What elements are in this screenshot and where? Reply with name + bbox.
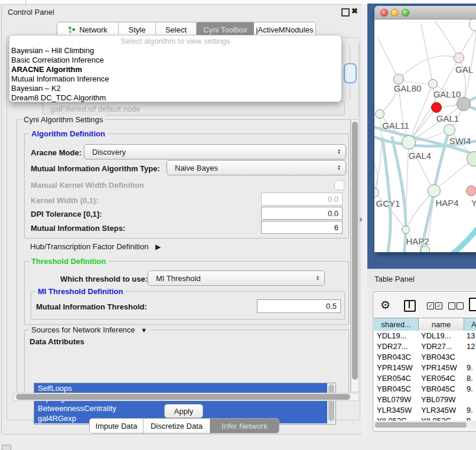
network-node[interactable] xyxy=(454,53,464,63)
settings-vscrollbar-thumb[interactable] xyxy=(352,122,358,380)
mi-threshold-field[interactable]: 0.5 xyxy=(257,299,341,313)
dpi-tolerance-field[interactable]: 0.0 xyxy=(261,207,343,220)
table-cell: YBR043C xyxy=(419,352,464,363)
tab-infer-network[interactable]: Infer Network xyxy=(210,419,279,433)
network-node[interactable] xyxy=(375,109,384,119)
attribute-list-item[interactable]: SelfLoops xyxy=(34,383,327,393)
table-row[interactable]: YIL052CYIL052C9 xyxy=(374,416,476,420)
manual-kernel-width-checkbox[interactable] xyxy=(334,180,344,190)
network-node-label: Y xyxy=(471,198,476,208)
table-cell: YBR045C xyxy=(419,384,464,394)
table-row[interactable]: YPR145WYPR145W9. xyxy=(374,363,476,373)
which-threshold-combo[interactable]: MI Threshold ▲▼ xyxy=(148,270,325,286)
splitter-handle[interactable] xyxy=(360,218,362,221)
minimized-panel-chip[interactable] xyxy=(2,445,11,450)
network-node[interactable] xyxy=(428,79,438,89)
settings-vertical-scrollbar[interactable] xyxy=(351,119,359,392)
algorithm-definition-title: Algorithm Definition xyxy=(29,129,107,138)
table-row[interactable]: YBR043CYBR043C xyxy=(374,352,476,363)
close-panel-icon[interactable]: ✖ xyxy=(351,6,358,15)
dropdown-item[interactable]: Mutual Information Inference xyxy=(9,74,341,84)
top-strip-divider xyxy=(25,0,26,4)
table-cell: YBR043C xyxy=(374,352,419,363)
panel-splitter[interactable] xyxy=(361,4,367,433)
column-header-partial[interactable]: A xyxy=(464,318,476,331)
collapsed-arrow-icon[interactable]: ▶ xyxy=(155,243,161,251)
mi-algorithm-type-combo[interactable]: Naive Bayes ▲▼ xyxy=(167,160,346,175)
apply-button[interactable]: Apply xyxy=(164,404,203,418)
dropdown-item[interactable]: Bayesian – Hill Climbing xyxy=(9,46,341,56)
network-node-label: GAL80 xyxy=(394,83,422,93)
attributes-scrollbar-thumb[interactable] xyxy=(328,384,334,421)
network-node[interactable] xyxy=(466,185,476,196)
mac-minimize-icon[interactable] xyxy=(391,9,399,17)
network-node[interactable] xyxy=(428,184,441,197)
column-header-name[interactable]: name xyxy=(419,318,464,331)
network-node[interactable] xyxy=(402,226,410,234)
network-canvas[interactable]: GAL80GAL10GALGAL1GAL11SWI4GAL4GCY1HAP4YH… xyxy=(374,19,476,252)
tab-network-label: Network xyxy=(79,25,107,34)
sources-group-title: Sources for Network Inference ▼ xyxy=(29,325,149,335)
hub-definition-section[interactable]: Hub/Transcription Factor Definition ▶ xyxy=(30,242,161,251)
mi-algorithm-type-label: Mutual Information Algorithm Type: xyxy=(31,164,160,173)
table-row[interactable]: YBL079WYBL079W xyxy=(374,394,476,405)
table-cell: YBR045C xyxy=(374,384,419,394)
network-node[interactable] xyxy=(431,102,442,113)
tab-select-label: Select xyxy=(165,25,187,34)
checked-checkbox-icon[interactable]: ✓ xyxy=(427,302,434,309)
table-cell: YDL19... xyxy=(419,331,464,341)
network-node-label: GAL11 xyxy=(382,120,409,131)
column-header-shared[interactable]: shared... xyxy=(374,318,419,331)
settings-hscrollbar-thumb[interactable] xyxy=(16,394,350,400)
attributes-list-scrollbar[interactable] xyxy=(327,383,335,424)
tab-discretize-data[interactable]: Discretize Data xyxy=(144,419,210,433)
gear-icon[interactable]: ⚙ xyxy=(380,298,390,312)
dropdown-item[interactable]: Dream8 DC_TDC Algorithm xyxy=(9,93,341,103)
settings-horizontal-scrollbar[interactable] xyxy=(13,393,359,401)
table-panel-title: Table Panel xyxy=(374,275,415,283)
table-cell: YDL19... xyxy=(374,331,419,341)
mac-zoom-icon[interactable] xyxy=(402,9,409,17)
dropdown-item[interactable]: ARACNE Algorithm xyxy=(9,65,341,74)
dpi-tolerance-value: 0.0 xyxy=(328,209,338,218)
network-view-window[interactable]: GAL80GAL10GALGAL1GAL11SWI4GAL4GCY1HAP4YH… xyxy=(374,6,476,252)
unchecked-checkbox-icon[interactable] xyxy=(457,302,464,309)
network-node[interactable] xyxy=(402,135,416,149)
table-horizontal-scrollbar[interactable] xyxy=(374,421,476,428)
table-row[interactable]: YBR045CYBR045C9. xyxy=(374,384,476,394)
table-hscrollbar-thumb[interactable] xyxy=(375,422,467,428)
kernel-width-field[interactable]: 0.0 xyxy=(261,193,343,206)
network-node[interactable] xyxy=(444,124,455,136)
network-node[interactable] xyxy=(420,246,430,252)
tab-infer-network-label: Infer Network xyxy=(221,422,267,431)
table-row[interactable]: YDL19...YDL19...13 xyxy=(374,331,476,341)
network-window-titlebar[interactable] xyxy=(374,6,476,19)
algorithm-definition-group: Algorithm Definition Aracne Mode: Discov… xyxy=(24,133,349,239)
table-cell: YBL079W xyxy=(419,394,464,405)
checked-checkbox-icon[interactable]: ✓ xyxy=(435,302,442,309)
table-cell: 12 xyxy=(464,341,476,352)
columns-icon[interactable] xyxy=(404,300,416,312)
document-icon[interactable] xyxy=(469,298,476,311)
dropdown-item[interactable]: Basic Correlation Inference xyxy=(9,56,341,65)
table-cell: YBL079W xyxy=(374,394,419,405)
network-source-combo[interactable]: galFiltered.sif default node xyxy=(43,101,345,116)
tab-impute-data[interactable]: Impute Data xyxy=(90,419,144,433)
expanded-arrow-icon[interactable]: ▼ xyxy=(141,327,147,334)
table-cell xyxy=(464,394,476,405)
table-panel-box: ⚙ ✓ ✓ shared... name A YDL19...YDL19...1… xyxy=(373,291,476,432)
table-row[interactable]: YER054CYER054C8. xyxy=(374,373,476,384)
mac-close-icon[interactable] xyxy=(380,9,388,17)
network-node-label: SWI4 xyxy=(449,136,471,146)
table-row[interactable]: YLR345WYLR345W9. xyxy=(374,405,476,416)
table-cell: YPR145W xyxy=(419,363,464,373)
unchecked-checkbox-icon[interactable] xyxy=(448,302,455,309)
float-panel-icon[interactable] xyxy=(341,8,350,17)
algorithm-dropdown-list: Bayesian – Hill ClimbingBasic Correlatio… xyxy=(9,46,341,103)
dropdown-item[interactable]: Bayesian – K2 xyxy=(9,84,341,93)
mi-steps-field[interactable]: 6 xyxy=(261,221,343,234)
mi-steps-label: Mutual Information Steps: xyxy=(31,224,125,233)
table-row[interactable]: YDR27...YDR27...12 xyxy=(374,341,476,352)
kernel-width-value: 0.0 xyxy=(328,195,338,204)
aracne-mode-combo[interactable]: Discovery ▲▼ xyxy=(84,144,346,159)
